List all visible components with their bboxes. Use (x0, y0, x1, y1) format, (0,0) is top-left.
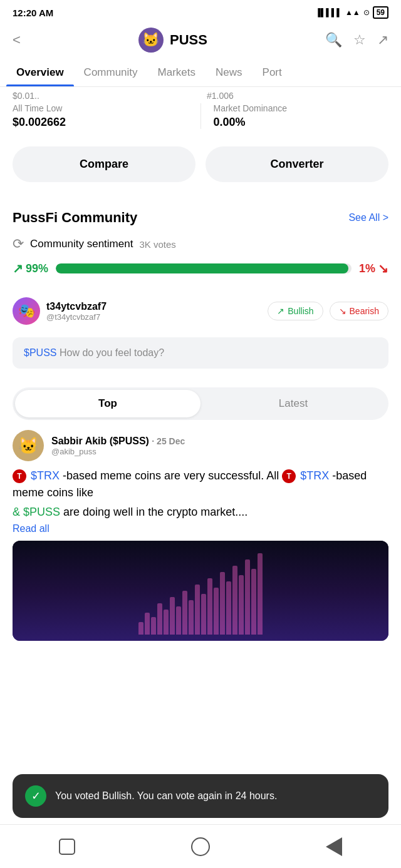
bearish-vote-icon: ↘ (339, 306, 346, 316)
comment-input-row: $PUSS How do you feel today? (0, 331, 401, 381)
star-icon[interactable]: ☆ (353, 32, 366, 48)
sentiment-bar (56, 263, 352, 273)
bar-14 (220, 572, 225, 635)
share-icon[interactable]: ↗ (377, 32, 388, 48)
user-handle: @t34ytcvbzaf7 (46, 312, 107, 322)
post-body: T $TRX -based meme coins are very succes… (13, 467, 388, 501)
post-image-inner (13, 541, 388, 641)
tab-markets[interactable]: Markets (148, 59, 206, 86)
market-dominance-label: Market Dominance (214, 103, 389, 113)
nav-tabs: Overview Community Markets News Port (0, 59, 401, 87)
puss-highlight: & $PUSS (13, 506, 60, 518)
coin-title: PUSS (170, 32, 207, 48)
sentiment-votes: 3K votes (139, 239, 175, 250)
circle-icon (191, 837, 210, 856)
post-text1: -based meme coins are very successful. A… (63, 469, 282, 482)
battery-icon: 59 (373, 6, 388, 19)
bar-11 (201, 594, 206, 635)
sentiment-icon: ⟳ (13, 236, 24, 252)
bar-4 (157, 603, 162, 635)
post-image (13, 541, 388, 641)
bar-17 (239, 575, 244, 635)
bearish-button[interactable]: ↘ Bearish (330, 302, 388, 320)
post-date: · 25 Dec (152, 436, 185, 446)
chart-visual (138, 553, 263, 641)
tab-portfolio[interactable]: Port (253, 59, 292, 86)
community-section-header: PussFi Community See All > (0, 197, 401, 236)
bar-16 (232, 566, 237, 635)
bar-5 (164, 610, 169, 635)
triangle-icon (326, 837, 342, 856)
tab-latest[interactable]: Latest (200, 390, 386, 417)
status-bar: 12:20 AM ▐▌▌▌▌ ▲▲ ⊙ 59 (0, 0, 401, 23)
post-header: 🐱 Sabbir Akib ($PUSS) · 25 Dec @akib_pus… (13, 430, 388, 461)
tab-top[interactable]: Top (15, 390, 200, 417)
nav-circle-button[interactable] (188, 834, 213, 859)
status-icons: ▐▌▌▌▌ ▲▲ ⊙ 59 (315, 6, 388, 19)
stats-divider (200, 103, 201, 129)
trx-ticker2: $TRX (300, 469, 329, 482)
sentiment-bar-fill (56, 263, 348, 273)
bar-7 (176, 606, 181, 635)
stats-row: All Time Low $0.002662 Market Dominance … (0, 103, 401, 141)
bearish-percentage: 1% ↘ (359, 261, 388, 276)
tab-overview[interactable]: Overview (6, 59, 74, 86)
trx-ticker1: $TRX (31, 469, 60, 482)
see-all-button[interactable]: See All > (348, 212, 388, 223)
toast-notification: ✓ You voted Bullish. You can vote again … (13, 774, 388, 818)
converter-button[interactable]: Converter (206, 146, 388, 182)
partial-right: #1.006 (207, 87, 388, 101)
ticker-tag: $PUSS (24, 347, 56, 358)
all-time-low-label: All Time Low (13, 103, 188, 113)
post-author-name: Sabbir Akib ($PUSS) · 25 Dec (51, 436, 185, 447)
status-time: 12:20 AM (13, 8, 53, 18)
post-tabs: Top Latest (13, 387, 388, 420)
toast-check-icon: ✓ (25, 785, 46, 807)
post-card: 🐱 Sabbir Akib ($PUSS) · 25 Dec @akib_pus… (0, 430, 401, 651)
input-placeholder: How do you feel today? (60, 347, 164, 358)
nav-back-button[interactable] (321, 834, 346, 859)
market-dominance-value: 0.00% (214, 116, 389, 129)
bullish-arrow-icon: ↗ (13, 261, 23, 276)
square-icon (59, 839, 75, 855)
partial-prices: $0.01.. #1.006 (0, 87, 401, 103)
tab-community[interactable]: Community (74, 59, 148, 86)
bar-6 (170, 597, 175, 635)
trx-icon2: T (282, 469, 296, 483)
bar-8 (182, 591, 187, 635)
vote-buttons: ↗ Bullish ↘ Bearish (268, 302, 388, 320)
bar-20 (258, 553, 263, 635)
user-info: 🎭 t34ytcvbzaf7 @t34ytcvbzaf7 (13, 297, 107, 325)
tab-news[interactable]: News (206, 59, 253, 86)
bullish-vote-icon: ↗ (277, 306, 284, 316)
trx-icon: T (13, 469, 26, 483)
bar-18 (245, 559, 250, 635)
post-body2: & $PUSS are doing well in the crypto mar… (13, 504, 388, 521)
header-actions: 🔍 ☆ ↗ (325, 32, 388, 48)
post-handle: @akib_puss (51, 447, 185, 456)
comment-input-field[interactable]: $PUSS How do you feel today? (13, 337, 388, 369)
bullish-button[interactable]: ↗ Bullish (268, 302, 323, 320)
bearish-arrow-icon: ↘ (378, 261, 388, 276)
compare-button[interactable]: Compare (13, 146, 195, 182)
bottom-navigation (0, 824, 401, 868)
partial-price-left: $0.01.. (13, 87, 194, 101)
user-row: 🎭 t34ytcvbzaf7 @t34ytcvbzaf7 ↗ Bullish ↘… (0, 291, 401, 331)
bar-10 (195, 585, 200, 635)
action-buttons: Compare Converter (0, 141, 401, 197)
bar-2 (145, 613, 150, 635)
search-icon[interactable]: 🔍 (325, 32, 342, 48)
sentiment-label: Community sentiment (30, 238, 133, 250)
read-all[interactable]: Read all (13, 523, 388, 534)
header-center: 🐱 PUSS (138, 28, 207, 53)
nav-square-button[interactable] (55, 834, 80, 859)
coin-logo: 🐱 (138, 28, 164, 53)
signal-icon: ▐▌▌▌▌ (315, 8, 342, 17)
market-dominance: Market Dominance 0.00% (214, 103, 389, 129)
back-button[interactable]: < (13, 32, 21, 48)
user-details: t34ytcvbzaf7 @t34ytcvbzaf7 (46, 301, 107, 322)
toast-message: You voted Bullish. You can vote again in… (55, 789, 277, 803)
partial-price-right: #1.006 (207, 87, 388, 101)
community-title: PussFi Community (13, 210, 137, 226)
user-avatar: 🎭 (13, 297, 40, 325)
